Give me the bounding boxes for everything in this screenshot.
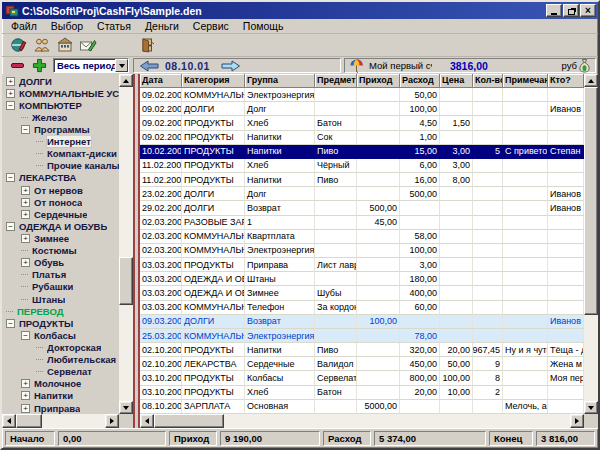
cell-income[interactable]: 5000,00 bbox=[357, 400, 400, 414]
tree-item[interactable]: +От нервов bbox=[2, 184, 119, 196]
remove-record-button[interactable] bbox=[8, 59, 26, 72]
cell-category[interactable]: ПРОДУКТЫ bbox=[182, 145, 245, 159]
cell-category[interactable]: ПРОДУКТЫ bbox=[182, 116, 245, 130]
table-row[interactable]: 08.10.2001ЗАРПЛАТАОсновная5000,00Мелочь,… bbox=[140, 400, 584, 414]
cell-income[interactable] bbox=[357, 244, 400, 258]
cell-item[interactable]: Батон bbox=[315, 386, 357, 400]
cell-who[interactable] bbox=[548, 386, 584, 400]
cell-qty[interactable] bbox=[473, 88, 503, 102]
period-dropdown-button[interactable] bbox=[115, 59, 128, 72]
table-row[interactable]: 03.03.2000ОДЕЖДА И ОБУВЬШтаны180,00 bbox=[140, 272, 584, 286]
cell-item[interactable] bbox=[315, 201, 357, 215]
close-button[interactable]: × bbox=[580, 4, 596, 17]
column-header-who[interactable]: Кто? bbox=[548, 74, 584, 88]
cell-expense[interactable]: 20,00 bbox=[400, 386, 440, 400]
tree-item[interactable]: Компакт-диски bbox=[2, 148, 119, 160]
cell-note[interactable] bbox=[503, 131, 548, 145]
cell-qty[interactable] bbox=[473, 286, 503, 300]
table-row[interactable]: 03.03.2000КОММУНАЛЬНЫЕТелефонЗа кордон60… bbox=[140, 301, 584, 315]
cell-item[interactable]: Пиво bbox=[315, 343, 357, 357]
tree-item[interactable]: +Молочное bbox=[2, 378, 119, 390]
cell-category[interactable]: КОММУНАЛЬНЫЕ bbox=[182, 301, 245, 315]
table-row[interactable]: 03.03.2000ПРОДУКТЫПриправаЛист лавровый3… bbox=[140, 258, 584, 272]
cell-price[interactable] bbox=[440, 315, 473, 329]
column-header-date[interactable]: Дата bbox=[140, 74, 182, 88]
cell-income[interactable] bbox=[357, 230, 400, 244]
cell-group[interactable]: Напитки bbox=[245, 173, 315, 187]
cell-income[interactable] bbox=[357, 187, 400, 201]
menu-item-help[interactable]: Помощь bbox=[236, 19, 291, 33]
tree-scroll-down-button[interactable] bbox=[119, 401, 133, 414]
cell-price[interactable] bbox=[440, 102, 473, 116]
tree-hscroll-track[interactable] bbox=[16, 414, 105, 428]
tree-item[interactable]: −Программы bbox=[2, 123, 119, 135]
tree-item[interactable]: Любительская bbox=[2, 354, 119, 366]
table-row[interactable]: 11.02.2000ПРОДУКТЫНапиткиПиво16,008,00 bbox=[140, 173, 584, 187]
cell-price[interactable]: 20,00 bbox=[440, 343, 473, 357]
cell-item[interactable] bbox=[315, 187, 357, 201]
cell-price[interactable]: 1,50 bbox=[440, 116, 473, 130]
table-row[interactable]: 03.10.2001ПРОДУКТЫХлебБатон20,0010,002 bbox=[140, 386, 584, 400]
cell-date[interactable]: 09.02.2000 bbox=[140, 88, 182, 102]
table-row[interactable]: 02.03.2000КОММУНАЛЬНЫЕКвартплата58,00 bbox=[140, 230, 584, 244]
cell-income[interactable] bbox=[357, 145, 400, 159]
cell-price[interactable] bbox=[440, 272, 473, 286]
cell-who[interactable]: Степан bbox=[548, 145, 584, 159]
cell-price[interactable] bbox=[440, 258, 473, 272]
cell-expense[interactable]: 4,50 bbox=[400, 116, 440, 130]
bank-button[interactable] bbox=[54, 35, 76, 55]
cell-note[interactable] bbox=[503, 357, 548, 371]
table-vertical-scrollbar[interactable] bbox=[584, 74, 598, 414]
cell-price[interactable] bbox=[440, 187, 473, 201]
tree-item[interactable]: Интернет bbox=[2, 136, 119, 148]
cell-expense[interactable]: 3,00 bbox=[400, 258, 440, 272]
cell-price[interactable] bbox=[440, 400, 473, 414]
cell-date[interactable]: 03.03.2000 bbox=[140, 258, 182, 272]
expand-plus-icon[interactable]: + bbox=[21, 234, 30, 243]
expand-plus-icon[interactable]: + bbox=[6, 89, 15, 98]
collapse-minus-icon[interactable]: − bbox=[21, 125, 30, 134]
cell-date[interactable]: 10.02.2000 bbox=[140, 145, 182, 159]
cell-category[interactable]: КОММУНАЛЬНЫЕ bbox=[182, 329, 245, 343]
cell-group[interactable]: Напитки bbox=[245, 131, 315, 145]
cell-qty[interactable] bbox=[473, 102, 503, 116]
cell-price[interactable]: 100,00 bbox=[440, 371, 473, 385]
cell-item[interactable] bbox=[315, 272, 357, 286]
tree-item[interactable]: +Обувь bbox=[2, 257, 119, 269]
collapse-minus-icon[interactable]: − bbox=[6, 222, 15, 231]
cell-income[interactable] bbox=[357, 102, 400, 116]
tree-item[interactable]: Рубашки bbox=[2, 281, 119, 293]
cell-qty[interactable] bbox=[473, 258, 503, 272]
cell-expense[interactable]: 320,00 bbox=[400, 343, 440, 357]
cell-qty[interactable] bbox=[473, 131, 503, 145]
cell-item[interactable] bbox=[315, 329, 357, 343]
column-header-group[interactable]: Группа bbox=[245, 74, 315, 88]
cell-item[interactable]: Пиво bbox=[315, 173, 357, 187]
cell-group[interactable]: Электроэнергия bbox=[245, 244, 315, 258]
cell-category[interactable]: ОДЕЖДА И ОБУВЬ bbox=[182, 272, 245, 286]
cell-qty[interactable]: 9 bbox=[473, 357, 503, 371]
table-horizontal-scrollbar[interactable] bbox=[140, 414, 584, 428]
cell-qty[interactable] bbox=[473, 329, 503, 343]
cell-note[interactable]: Ну и я чуток bbox=[503, 343, 548, 357]
table-scroll-right-button[interactable] bbox=[570, 414, 584, 428]
cell-item[interactable] bbox=[315, 216, 357, 230]
restore-button[interactable] bbox=[563, 4, 579, 17]
cell-who[interactable] bbox=[548, 244, 584, 258]
cell-who[interactable]: Иванов bbox=[548, 201, 584, 215]
cell-date[interactable]: 03.03.2000 bbox=[140, 272, 182, 286]
cell-category[interactable]: РАЗОВЫЕ ЗАРАБОТКИ bbox=[182, 216, 245, 230]
cell-income[interactable] bbox=[357, 88, 400, 102]
tree-item[interactable]: +Приправа bbox=[2, 402, 119, 414]
cell-category[interactable]: ПРОДУКТЫ bbox=[182, 386, 245, 400]
cell-who[interactable]: Тёща - д bbox=[548, 343, 584, 357]
expand-plus-icon[interactable]: + bbox=[21, 391, 30, 400]
cell-item[interactable]: Сервелат bbox=[315, 371, 357, 385]
table-row[interactable]: 09.02.2000КОММУНАЛЬНЫЕЭлектроэнергия50,0… bbox=[140, 88, 584, 102]
cell-note[interactable] bbox=[503, 258, 548, 272]
cell-note[interactable] bbox=[503, 272, 548, 286]
cell-note[interactable] bbox=[503, 386, 548, 400]
cell-income[interactable] bbox=[357, 258, 400, 272]
table-vscroll-thumb[interactable] bbox=[584, 87, 598, 315]
table-row[interactable]: 02.10.2001ПРОДУКТЫНапиткиПиво320,0020,00… bbox=[140, 343, 584, 357]
